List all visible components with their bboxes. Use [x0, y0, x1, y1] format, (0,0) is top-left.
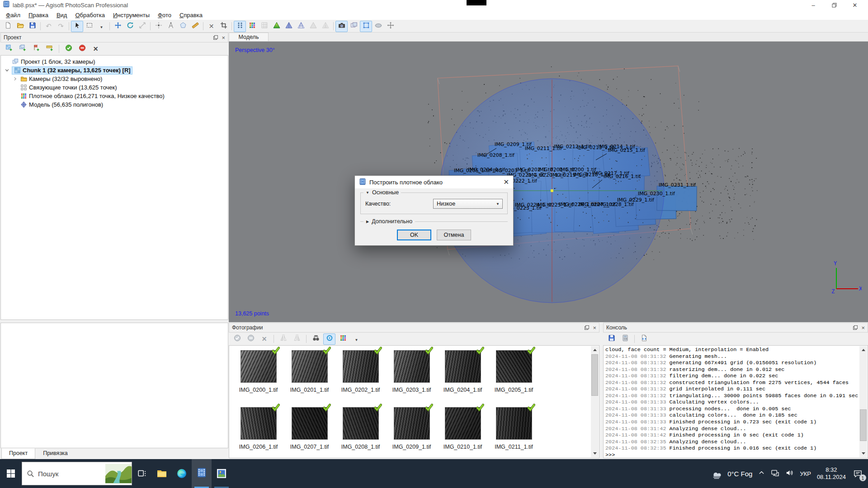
- menu-item-7[interactable]: Справка: [175, 11, 207, 19]
- photo-item[interactable]: IMG_0207_1.tif: [284, 407, 335, 458]
- model-solid-button[interactable]: [283, 21, 295, 32]
- photo-item[interactable]: IMG_0205_1.tif: [488, 350, 539, 407]
- rotate-right-button[interactable]: [291, 333, 303, 345]
- dialog-close-icon[interactable]: ✕: [503, 178, 509, 186]
- photo-thumbnail[interactable]: [292, 350, 328, 383]
- save-log-button[interactable]: [605, 333, 618, 345]
- cancel-button[interactable]: Отмена: [437, 230, 471, 240]
- tray-chevron-up-icon[interactable]: [758, 469, 765, 478]
- close-panel-icon[interactable]: ×: [861, 325, 865, 331]
- menu-item-1[interactable]: Файл: [2, 11, 24, 19]
- show-dense-button[interactable]: [246, 21, 258, 32]
- show-points-button[interactable]: [234, 21, 246, 32]
- dialog-title-bar[interactable]: Построить плотное облако ✕: [355, 176, 513, 188]
- preview-button[interactable]: [323, 333, 335, 345]
- quality-select[interactable]: Низкое ▼: [433, 199, 503, 209]
- tab-project[interactable]: Проект: [1, 448, 35, 459]
- menu-item-2[interactable]: Правка: [24, 11, 52, 19]
- tab-model[interactable]: Модель: [229, 33, 269, 41]
- ok-button[interactable]: OK: [397, 230, 431, 240]
- show-mesh-button[interactable]: [258, 21, 270, 32]
- remove-button[interactable]: ✕: [90, 43, 102, 55]
- search-input[interactable]: Пошук: [22, 462, 132, 485]
- photo-thumbnail[interactable]: [343, 350, 379, 383]
- volume-icon[interactable]: [785, 469, 794, 479]
- tree-item-model[interactable]: Модель (56,635 полигонов): [1, 100, 228, 109]
- photo-thumbnail[interactable]: [496, 350, 532, 383]
- start-button[interactable]: [0, 459, 22, 488]
- weather-widget[interactable]: 0°C Fog: [710, 469, 752, 479]
- photo-item[interactable]: IMG_0210_1.tif: [437, 407, 488, 458]
- project-panel-header[interactable]: Проект ×: [0, 33, 228, 42]
- save-button[interactable]: [26, 21, 38, 32]
- float-panel-icon[interactable]: [213, 35, 218, 40]
- console-panel-header[interactable]: Консоль ×: [603, 323, 868, 333]
- scroll-down-icon[interactable]: [859, 450, 867, 457]
- model-textured-button[interactable]: [319, 21, 331, 32]
- photo-thumbnail[interactable]: [241, 407, 277, 440]
- delete-button[interactable]: ✕: [205, 21, 217, 32]
- float-panel-icon[interactable]: [853, 325, 858, 330]
- tree-item-project[interactable]: Проект (1 блок, 32 камеры): [1, 57, 228, 66]
- clock[interactable]: 8:32 08.11.2024: [817, 466, 846, 481]
- model-confidence-button[interactable]: [307, 21, 319, 32]
- search-highlight-image[interactable]: [105, 462, 132, 485]
- model-viewport[interactable]: IMG_0209_1.tifIMG_0211_1.tifIMG_0212_1.t…: [229, 42, 868, 322]
- move-object-button[interactable]: [384, 21, 396, 32]
- show-region-button[interactable]: [360, 21, 372, 32]
- ruler-button[interactable]: [189, 21, 201, 32]
- scroll-down-icon[interactable]: [591, 450, 599, 457]
- photo-item[interactable]: IMG_0211_1.tif: [488, 407, 539, 458]
- undo-button[interactable]: ↶: [42, 21, 55, 32]
- caret-button[interactable]: ▼: [95, 21, 108, 32]
- script-button[interactable]: [638, 333, 650, 345]
- network-icon[interactable]: [771, 469, 779, 479]
- minimize-button[interactable]: –: [803, 0, 824, 10]
- tree-item-densecloud[interactable]: Плотное облако (216,271 точка, Низкое ка…: [1, 92, 228, 100]
- photo-item[interactable]: IMG_0206_1.tif: [233, 407, 284, 458]
- add-marker-button[interactable]: [30, 43, 42, 55]
- photo-thumbnail[interactable]: [445, 350, 481, 383]
- chevron-down-icon[interactable]: [4, 68, 10, 72]
- photo-item[interactable]: IMG_0201_1.tif: [284, 350, 335, 407]
- select-arrow-button[interactable]: [71, 21, 83, 32]
- photo-thumbnail[interactable]: [394, 350, 430, 383]
- show-thumbnails-button[interactable]: [348, 21, 360, 32]
- edge-browser-button[interactable]: [172, 459, 192, 488]
- image-viewer-button[interactable]: [212, 459, 231, 488]
- photo-thumbnail[interactable]: [496, 407, 532, 440]
- basic-group-header[interactable]: ▼ Основные: [363, 189, 401, 196]
- rotate-left-button[interactable]: [277, 333, 289, 345]
- open-button[interactable]: [14, 21, 26, 32]
- caret-button[interactable]: ▼: [350, 333, 363, 345]
- advanced-group-header[interactable]: ▶ Дополнительно: [360, 218, 508, 225]
- menu-item-5[interactable]: Инструменты: [109, 11, 154, 19]
- photo-item[interactable]: IMG_0204_1.tif: [437, 350, 488, 407]
- add-chunk-button[interactable]: [3, 43, 15, 55]
- marker-button[interactable]: [165, 21, 177, 32]
- photo-thumbnail[interactable]: [445, 407, 481, 440]
- new-button[interactable]: [2, 21, 14, 32]
- photo-item[interactable]: IMG_0208_1.tif: [335, 407, 386, 458]
- remove-gray-button[interactable]: ✕: [258, 333, 270, 345]
- enable-button[interactable]: [62, 43, 75, 55]
- model-wireframe-button[interactable]: [295, 21, 307, 32]
- tree-item-chunk[interactable]: Chunk 1 (32 камеры, 13,625 точек) [R]: [1, 66, 228, 75]
- action-center-button[interactable]: 1: [852, 468, 863, 479]
- history-button[interactable]: [619, 333, 631, 345]
- add-camera-button[interactable]: [16, 43, 28, 55]
- tree-item-cameras[interactable]: Камеры (32/32 выровнено): [1, 75, 228, 83]
- float-panel-icon[interactable]: [585, 325, 589, 330]
- chevron-right-icon[interactable]: [12, 77, 18, 81]
- disable-button[interactable]: [76, 43, 88, 55]
- close-panel-icon[interactable]: ×: [593, 325, 596, 331]
- nav-move-button[interactable]: [112, 21, 124, 32]
- task-view-button[interactable]: [132, 459, 152, 488]
- scroll-up-icon[interactable]: [591, 346, 599, 354]
- photo-item[interactable]: IMG_0209_1.tif: [386, 407, 437, 458]
- photo-thumbnail[interactable]: [292, 407, 328, 440]
- menu-item-4[interactable]: Обработка: [71, 11, 109, 19]
- close-button[interactable]: ✕: [844, 0, 865, 10]
- model-shaded-button[interactable]: [270, 21, 283, 32]
- photos-panel-header[interactable]: Фотографии ×: [229, 323, 599, 333]
